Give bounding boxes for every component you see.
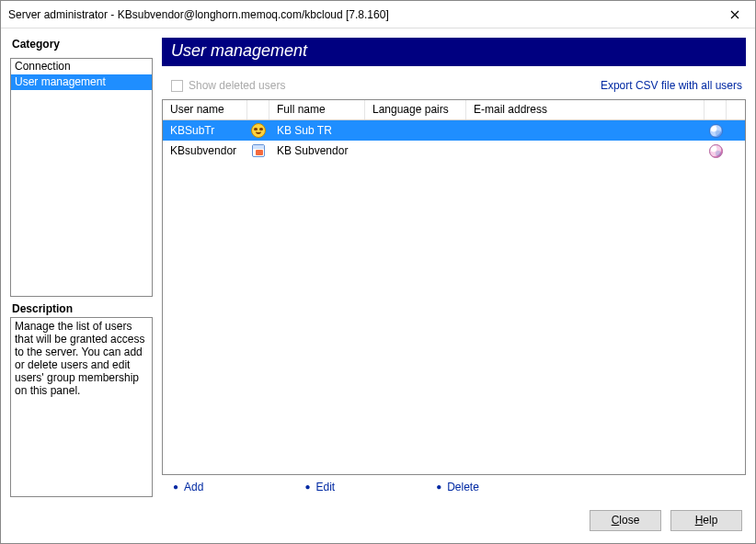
panel-title: User management	[162, 38, 746, 66]
delete-link[interactable]: ● Delete	[436, 481, 479, 493]
table-row[interactable]: KBsubvendor KB Subvendor	[163, 141, 745, 161]
server-admin-window: Server administrator - KBsubvendor@longh…	[0, 0, 756, 544]
category-list[interactable]: Connection User management	[10, 58, 153, 297]
cell-username: KBSubTr	[163, 122, 247, 139]
globe-icon	[709, 144, 723, 158]
show-deleted-label: Show deleted users	[189, 79, 285, 92]
category-label: Category	[12, 38, 153, 51]
user-face-icon	[251, 123, 266, 138]
cell-language-pairs	[365, 149, 466, 153]
dialog-body: Category Connection User management Desc…	[1, 28, 755, 497]
description-text: Manage the list of users that will be gr…	[10, 317, 153, 497]
col-fullname[interactable]: Full name	[269, 100, 365, 119]
cell-status-icon	[704, 124, 727, 138]
cell-email	[466, 129, 704, 132]
table-header: User name Full name Language pairs E-mai…	[163, 100, 745, 120]
dialog-footer: Close Help	[1, 497, 755, 543]
cell-fullname: KB Subvendor	[269, 142, 365, 159]
table-actions: ● Add ● Edit ● Delete	[162, 475, 746, 497]
col-email[interactable]: E-mail address	[466, 100, 704, 119]
col-username[interactable]: User name	[163, 100, 247, 119]
show-deleted-checkbox[interactable]	[171, 80, 183, 92]
user-calendar-icon	[252, 144, 265, 157]
help-button[interactable]: Help	[670, 510, 742, 531]
window-title: Server administrator - KBsubvendor@longh…	[8, 8, 714, 21]
col-status-1[interactable]	[704, 100, 727, 119]
col-type-icon[interactable]	[247, 100, 269, 119]
cell-status-icon	[704, 144, 727, 158]
add-link[interactable]: ● Add	[173, 481, 203, 493]
globe-icon	[709, 124, 723, 138]
close-icon	[730, 10, 739, 19]
bullet-icon: ●	[304, 482, 310, 492]
bullet-icon: ●	[173, 482, 178, 492]
main-panel: User management Show deleted users Expor…	[162, 38, 746, 497]
window-close-button[interactable]	[714, 1, 755, 28]
cell-fullname: KB Sub TR	[269, 122, 365, 139]
edit-link[interactable]: ● Edit	[304, 481, 335, 493]
category-item-user-management[interactable]: User management	[11, 74, 152, 90]
cell-email	[466, 149, 704, 153]
users-table: User name Full name Language pairs E-mai…	[162, 99, 746, 475]
bullet-icon: ●	[436, 482, 441, 492]
table-row[interactable]: KBSubTr KB Sub TR	[163, 120, 745, 141]
col-language-pairs[interactable]: Language pairs	[365, 100, 466, 119]
cell-language-pairs	[365, 129, 466, 132]
panel-toolbar: Show deleted users Export CSV file with …	[162, 66, 746, 99]
description-label: Description	[12, 302, 153, 315]
category-item-connection[interactable]: Connection	[11, 59, 152, 74]
cell-username: KBsubvendor	[163, 142, 247, 159]
cell-type-icon	[247, 123, 269, 138]
left-column: Category Connection User management Desc…	[10, 38, 153, 497]
cell-type-icon	[247, 144, 269, 157]
col-status-2[interactable]	[727, 100, 745, 119]
titlebar: Server administrator - KBsubvendor@longh…	[1, 1, 755, 28]
export-csv-link[interactable]: Export CSV file with all users	[601, 79, 742, 92]
close-button[interactable]: Close	[590, 510, 661, 531]
